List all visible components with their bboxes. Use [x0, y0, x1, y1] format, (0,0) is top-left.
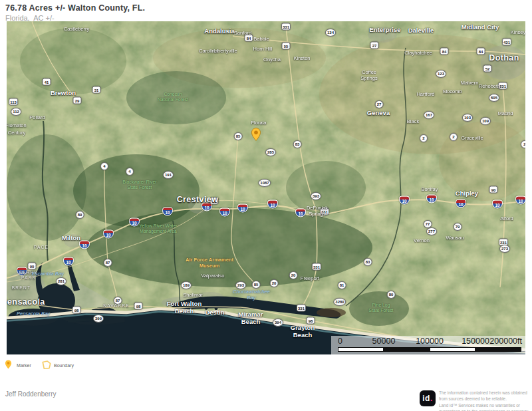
- scale-bar-segments: [338, 347, 521, 352]
- scale-segment: [475, 347, 521, 352]
- scale-tick: 200000ft: [489, 337, 522, 346]
- boundary-polygon-icon: [41, 360, 52, 372]
- scale-segment: [338, 347, 384, 352]
- legend-boundary-label: Boundary: [54, 363, 74, 368]
- marker-pin-icon: [251, 128, 261, 141]
- map-legend: Marker Boundary: [0, 358, 532, 372]
- property-marker-pin[interactable]: [251, 128, 261, 141]
- scale-tick: 100000: [416, 337, 444, 346]
- logo-dot: .: [430, 394, 433, 403]
- legend-marker-label: Marker: [17, 363, 31, 368]
- scale-tick: 50000: [372, 337, 396, 346]
- logo-id-text: id: [422, 394, 430, 403]
- scale-segment: [384, 347, 430, 352]
- page-title: 76.78 Acres +/- Walton County, FL.: [5, 3, 145, 13]
- scale-tick: 0: [338, 337, 342, 346]
- map-scale-bar: 0 50000 100000 150000 200000ft: [331, 336, 525, 354]
- satellite-imagery: [7, 21, 525, 354]
- header: 76.78 Acres +/- Walton County, FL. Flori…: [5, 3, 145, 22]
- author-name: Jeff Roddenberry: [5, 390, 57, 398]
- marker-pin-icon: [5, 360, 12, 372]
- scale-tick: 150000: [462, 337, 489, 346]
- disclaimer-text: The information contained herein was obt…: [439, 390, 529, 411]
- scale-segment: [430, 347, 475, 352]
- map-canvas[interactable]: 1010101010101010101010101010101090909098…: [7, 21, 525, 354]
- land-id-logo: id.: [420, 390, 436, 406]
